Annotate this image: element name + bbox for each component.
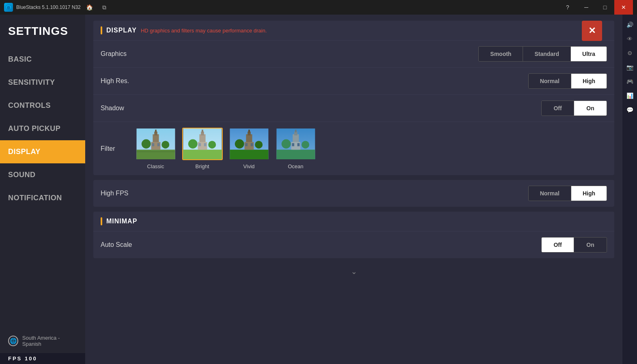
filter-bright-thumb <box>182 128 223 160</box>
filter-classic-thumb <box>136 128 176 160</box>
filter-row: Filter <box>93 122 614 175</box>
auto-scale-off-btn[interactable]: Off <box>542 238 574 252</box>
svg-rect-3 <box>136 150 175 159</box>
filter-ocean[interactable]: Ocean <box>275 128 316 169</box>
shadow-btn-group: Off On <box>541 101 607 116</box>
graphics-standard-btn[interactable]: Standard <box>523 47 571 61</box>
shadow-row: Shadow Off On <box>93 95 614 122</box>
high-res-label: High Res. <box>101 77 129 85</box>
high-fps-label: High FPS <box>101 190 128 197</box>
titlebar-left: BlueStacks 5.1.100.1017 N32 🏠 ⧉ <box>4 2 110 13</box>
minimap-section: MINIMAP Auto Scale Off On <box>93 212 614 258</box>
high-res-high-btn[interactable]: High <box>571 74 607 88</box>
sidebar-item-auto-pickup[interactable]: AUTO PICKUP <box>0 117 85 140</box>
main-content: ✕ DISPLAY HD graphics and filters may ca… <box>85 15 622 364</box>
svg-point-32 <box>255 141 263 148</box>
home-icon[interactable]: 🏠 <box>84 2 95 13</box>
fps-display: FPS 100 <box>0 353 85 364</box>
display-section: DISPLAY HD graphics and filters may caus… <box>93 21 614 175</box>
svg-rect-19 <box>198 143 201 146</box>
filter-vivid[interactable]: Vivid <box>229 128 269 169</box>
volume-icon[interactable]: 🔊 <box>624 19 636 31</box>
high-fps-btn-group: Normal High <box>528 186 607 201</box>
svg-rect-27 <box>248 130 250 133</box>
svg-rect-40 <box>297 143 299 146</box>
shadow-off-btn[interactable]: Off <box>542 101 574 116</box>
minimap-title: MINIMAP <box>106 218 137 225</box>
section-bar-accent <box>101 26 102 34</box>
filter-classic[interactable]: Classic <box>136 128 176 169</box>
high-res-row: High Res. Normal High <box>93 68 614 95</box>
filter-ocean-name: Ocean <box>288 163 303 169</box>
auto-scale-btn-group: Off On <box>541 237 607 253</box>
svg-point-41 <box>281 139 291 149</box>
shadow-on-btn[interactable]: On <box>574 101 607 116</box>
window-controls: ? ─ □ ✕ <box>558 0 633 15</box>
close-button[interactable]: ✕ <box>614 0 633 15</box>
chart-icon[interactable]: 📊 <box>624 90 636 102</box>
svg-rect-24 <box>230 150 268 159</box>
sidebar: SETTINGS BASIC SENSITIVITY CONTROLS AUTO… <box>0 15 85 364</box>
svg-point-22 <box>208 141 216 148</box>
sidebar-item-notification[interactable]: NOTIFICATION <box>0 186 85 210</box>
display-section-title: DISPLAY <box>106 27 137 34</box>
minimap-section-header: MINIMAP <box>93 212 614 231</box>
svg-point-11 <box>161 141 169 148</box>
settings-title: SETTINGS <box>0 19 85 48</box>
svg-rect-20 <box>204 143 206 146</box>
eye-icon[interactable]: 👁 <box>624 33 636 45</box>
close-x-button[interactable]: ✕ <box>582 21 602 41</box>
auto-scale-on-btn[interactable]: On <box>574 238 607 252</box>
minimize-button[interactable]: ─ <box>577 0 596 15</box>
help-button[interactable]: ? <box>558 0 577 15</box>
filter-bright-name: Bright <box>196 163 209 169</box>
fps-normal-btn[interactable]: Normal <box>529 186 571 201</box>
svg-rect-17 <box>202 130 203 133</box>
sidebar-item-controls[interactable]: CONTROLS <box>0 94 85 117</box>
app-title: BlueStacks 5.1.100.1017 N32 <box>16 4 81 10</box>
sidebar-item-basic[interactable]: BASIC <box>0 48 85 71</box>
high-fps-section: High FPS Normal High <box>93 180 614 207</box>
settings-icon[interactable]: ⚙ <box>624 47 636 59</box>
graphics-btn-group: Smooth Standard Ultra <box>478 46 607 62</box>
svg-rect-8 <box>152 143 154 146</box>
high-res-normal-btn[interactable]: Normal <box>529 74 571 88</box>
filter-classic-name: Classic <box>147 163 164 169</box>
svg-rect-34 <box>276 150 315 159</box>
svg-point-31 <box>235 139 244 149</box>
filter-images: Classic <box>136 128 316 169</box>
svg-rect-6 <box>155 130 157 133</box>
language-selector[interactable]: 🌐 South America - Spanish <box>0 329 85 353</box>
svg-point-21 <box>188 139 197 149</box>
high-res-btn-group: Normal High <box>528 73 607 89</box>
svg-rect-37 <box>295 130 297 133</box>
maximize-button[interactable]: □ <box>596 0 614 15</box>
svg-point-10 <box>141 139 151 149</box>
display-section-subtitle: HD graphics and filters may cause perfor… <box>141 28 267 34</box>
filter-vivid-name: Vivid <box>243 163 255 169</box>
svg-rect-30 <box>250 143 253 146</box>
svg-rect-12 <box>136 152 175 152</box>
high-fps-row: High FPS Normal High <box>93 180 614 207</box>
sidebar-item-sound[interactable]: SOUND <box>0 163 85 186</box>
gamepad-icon[interactable]: 🎮 <box>624 75 636 88</box>
graphics-label: Graphics <box>101 50 127 58</box>
sidebar-item-sensitivity[interactable]: SENSITIVITY <box>0 71 85 94</box>
svg-rect-29 <box>245 143 247 146</box>
graphics-smooth-btn[interactable]: Smooth <box>479 47 523 61</box>
filter-ocean-thumb <box>275 128 316 160</box>
svg-point-42 <box>301 141 309 148</box>
fps-high-btn[interactable]: High <box>571 186 607 201</box>
minimap-section-bar <box>101 217 102 225</box>
sidebar-item-display[interactable]: DISPLAY <box>0 140 85 163</box>
multi-instance-icon[interactable]: ⧉ <box>99 2 110 13</box>
camera-icon[interactable]: 📷 <box>624 61 636 73</box>
graphics-row: Graphics Smooth Standard Ultra <box>93 41 614 68</box>
bluestacks-logo <box>4 3 13 12</box>
scroll-indicator: ⌄ <box>93 263 614 280</box>
titlebar: BlueStacks 5.1.100.1017 N32 🏠 ⧉ ? ─ □ ✕ <box>0 0 637 15</box>
graphics-ultra-btn[interactable]: Ultra <box>571 47 607 61</box>
chat-icon[interactable]: 💬 <box>624 104 636 116</box>
filter-bright[interactable]: Bright <box>182 128 223 169</box>
display-section-header: DISPLAY HD graphics and filters may caus… <box>93 21 614 41</box>
